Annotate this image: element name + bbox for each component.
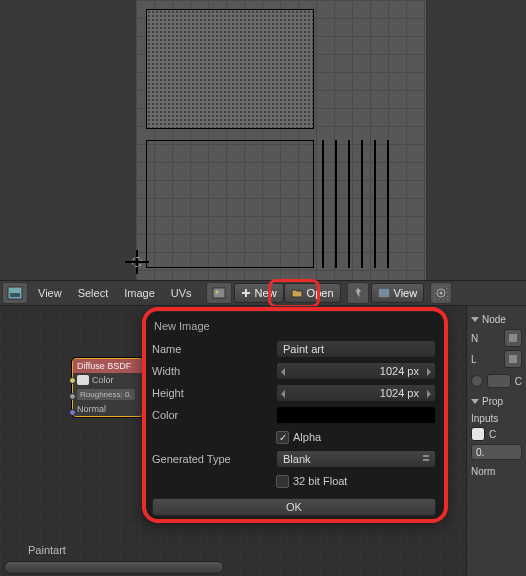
new-image-button[interactable]: New	[234, 283, 284, 303]
uv-face-edge[interactable]	[335, 140, 337, 268]
footer-slider[interactable]	[4, 561, 224, 574]
popup-title: New Image	[152, 318, 436, 338]
section-node: Node	[482, 314, 506, 325]
node-properties-panel: Node N L C Prop Inputs C 0. Norm	[466, 306, 526, 576]
label-icon	[508, 354, 518, 364]
pivot-button[interactable]	[430, 282, 452, 304]
image-browse-icon	[212, 286, 226, 300]
node-color-label: Color	[92, 375, 114, 385]
height-label: Height	[152, 387, 270, 399]
slider[interactable]	[487, 374, 511, 388]
inputs-label: Inputs	[471, 413, 522, 424]
folder-open-icon	[291, 288, 303, 298]
diffuse-bsdf-node[interactable]: Diffuse BSDF Color Roughness: 0. Normal	[72, 358, 144, 417]
width-label: Width	[152, 365, 270, 377]
plus-icon	[241, 288, 251, 298]
node-normal-label: Normal	[77, 404, 106, 414]
color-field[interactable]	[276, 406, 436, 424]
section-properties: Prop	[482, 396, 503, 407]
menu-select[interactable]: Select	[70, 287, 117, 299]
node-title: Diffuse BSDF	[73, 359, 143, 373]
image-editor-icon	[7, 286, 23, 300]
toggle[interactable]	[471, 375, 483, 387]
float-label: 32 bit Float	[293, 475, 347, 487]
uv-face-edge[interactable]	[361, 140, 363, 268]
ok-button[interactable]: OK	[152, 498, 436, 516]
datablock-name: Paintart	[28, 544, 66, 556]
svg-point-3	[215, 291, 218, 294]
uv-face-edge[interactable]	[374, 140, 376, 268]
open-image-button[interactable]: Open	[284, 283, 341, 303]
uv-face-edge[interactable]	[387, 140, 389, 268]
node-icon-button[interactable]	[504, 329, 522, 347]
svg-rect-9	[509, 355, 517, 363]
chevron-down-icon	[471, 317, 479, 322]
svg-rect-8	[509, 334, 517, 342]
color-input-swatch[interactable]	[471, 427, 485, 441]
alpha-label: Alpha	[293, 431, 321, 443]
svg-rect-2	[213, 288, 225, 298]
generated-type-dropdown[interactable]: Blank	[276, 450, 436, 468]
mode-view-button[interactable]: View	[371, 283, 425, 303]
color-label: Color	[152, 409, 270, 421]
c2-label: C	[489, 429, 496, 440]
new-image-popup: New Image Name Paint art Width 1024 px H…	[144, 312, 444, 520]
mode-view-label: View	[394, 287, 418, 299]
node-icon	[508, 333, 518, 343]
roughness-field[interactable]: Roughness: 0.	[77, 389, 135, 400]
menu-uvs[interactable]: UVs	[163, 287, 200, 299]
chevron-down-icon	[471, 399, 479, 404]
name-field[interactable]: Paint art	[276, 340, 436, 358]
value-field[interactable]: 0.	[471, 444, 522, 460]
pin-button[interactable]	[347, 282, 369, 304]
uv-image-editor-viewport[interactable]	[0, 0, 526, 280]
width-field[interactable]: 1024 px	[276, 362, 436, 380]
uv-grid	[136, 0, 426, 280]
float-checkbox[interactable]	[276, 475, 289, 488]
2d-cursor-icon	[125, 250, 149, 274]
svg-rect-1	[10, 293, 20, 297]
svg-rect-4	[378, 288, 390, 298]
c-label: C	[515, 376, 522, 387]
uv-face-edge[interactable]	[348, 140, 350, 268]
uv-editor-header: View Select Image UVs New Open View	[0, 280, 526, 306]
open-label: Open	[307, 287, 334, 299]
picture-icon	[378, 288, 390, 298]
label-icon-button[interactable]	[504, 350, 522, 368]
uv-face[interactable]	[146, 9, 314, 129]
svg-point-6	[440, 292, 443, 295]
name-label: Name	[152, 343, 270, 355]
uv-face-edge[interactable]	[322, 140, 324, 268]
norm-label: Norm	[471, 466, 522, 477]
color-swatch[interactable]	[77, 375, 89, 385]
new-label: New	[255, 287, 277, 299]
pivot-icon	[434, 286, 448, 300]
menu-view[interactable]: View	[30, 287, 70, 299]
editor-type-selector[interactable]	[2, 282, 28, 304]
menu-image[interactable]: Image	[116, 287, 163, 299]
height-field[interactable]: 1024 px	[276, 384, 436, 402]
alpha-checkbox[interactable]	[276, 431, 289, 444]
pin-icon	[352, 287, 364, 299]
n-label: N	[471, 333, 478, 344]
uv-face[interactable]	[146, 140, 314, 268]
l-label: L	[471, 354, 477, 365]
generated-type-label: Generated Type	[152, 453, 270, 465]
browse-image-button[interactable]	[206, 282, 232, 304]
